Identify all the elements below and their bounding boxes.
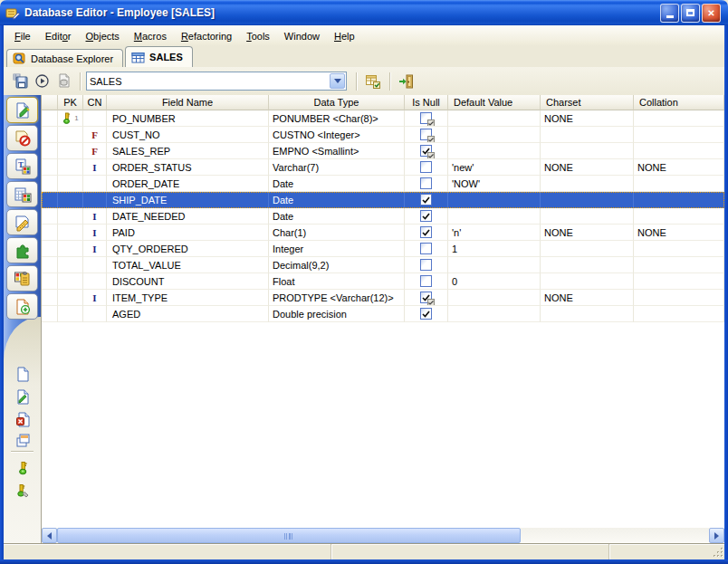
column-header-pk[interactable]: PK: [58, 95, 83, 110]
default-value-cell[interactable]: [448, 306, 541, 322]
menu-item-tools[interactable]: Tools: [239, 28, 277, 44]
collation-cell[interactable]: [634, 176, 724, 192]
default-value-cell[interactable]: 'new': [448, 159, 541, 176]
copy-pages-button[interactable]: [14, 431, 32, 449]
column-header-collation[interactable]: Collation: [634, 95, 724, 110]
tab-database-explorer[interactable]: Database Explorer: [6, 49, 123, 67]
charset-cell[interactable]: [541, 176, 634, 192]
collation-cell[interactable]: [634, 290, 724, 306]
is-null-checkbox[interactable]: [420, 112, 432, 124]
sidebar-tab-7-grid-clipboard[interactable]: [6, 265, 38, 292]
is-null-checkbox[interactable]: [420, 161, 432, 173]
sidebar-tab-2-no-entry[interactable]: [6, 125, 38, 151]
column-header-data-type[interactable]: Data Type: [269, 95, 405, 110]
table-row-order_status[interactable]: IORDER_STATUSVarchar(7)'new'NONENONE: [42, 159, 724, 176]
collation-cell[interactable]: [634, 273, 724, 290]
default-value-cell[interactable]: [448, 290, 541, 306]
collation-cell[interactable]: NONE: [634, 225, 724, 241]
charset-cell[interactable]: [541, 127, 634, 143]
default-value-cell[interactable]: [448, 257, 541, 273]
collation-cell[interactable]: [634, 110, 724, 127]
field-name-cell[interactable]: DATE_NEEDED: [107, 208, 269, 225]
refresh-button[interactable]: [53, 71, 74, 92]
default-value-cell[interactable]: 'NOW': [448, 176, 541, 192]
sidebar-tab-3-text-grid[interactable]: T: [6, 153, 38, 179]
is-null-checkbox[interactable]: [420, 226, 432, 238]
tab-sales[interactable]: SALES: [125, 46, 193, 67]
collation-cell[interactable]: [634, 257, 724, 273]
sidebar-tab-4-grid-calc[interactable]: [6, 181, 38, 207]
charset-cell[interactable]: NONE: [541, 225, 634, 241]
field-name-cell[interactable]: PAID: [107, 225, 269, 241]
data-type-cell[interactable]: Decimal(9,2): [269, 257, 405, 273]
field-name-cell[interactable]: CUST_NO: [107, 127, 269, 143]
combo-dropdown-button[interactable]: [330, 73, 345, 89]
data-type-cell[interactable]: Date: [269, 176, 405, 192]
exit-button[interactable]: [396, 71, 417, 92]
table-row-aged[interactable]: AGEDDouble precision: [42, 306, 724, 322]
default-value-cell[interactable]: 0: [448, 273, 541, 290]
sidebar-tab-1-edit-fields[interactable]: [6, 97, 38, 123]
menu-item-editor[interactable]: Editor: [38, 28, 79, 44]
field-name-cell[interactable]: AGED: [107, 306, 269, 322]
key-drop-button[interactable]: [14, 482, 32, 500]
field-name-cell[interactable]: SHIP_DATE: [107, 192, 269, 208]
charset-cell[interactable]: [541, 192, 634, 208]
data-type-cell[interactable]: EMPNO <Smallint>: [269, 143, 405, 159]
charset-cell[interactable]: [541, 306, 634, 322]
data-type-cell[interactable]: PRODTYPE <Varchar(12)>: [269, 290, 405, 306]
titlebar[interactable]: Database Editor - Employee [SALES] ✕: [0, 0, 728, 25]
scroll-right-button[interactable]: [709, 528, 724, 543]
close-button[interactable]: ✕: [702, 4, 721, 23]
new-page-button[interactable]: [14, 365, 32, 383]
data-type-cell[interactable]: Char(1): [269, 225, 405, 241]
charset-cell[interactable]: NONE: [541, 290, 634, 306]
charset-cell[interactable]: [541, 257, 634, 273]
sidebar-tab-6-puzzle[interactable]: [6, 237, 38, 263]
menu-item-macros[interactable]: Macros: [127, 28, 174, 44]
collation-cell[interactable]: [634, 208, 724, 225]
data-type-cell[interactable]: PONUMBER <Char(8)>: [269, 110, 405, 127]
column-header-default-value[interactable]: Default Value: [448, 95, 541, 110]
data-type-cell[interactable]: Double precision: [269, 306, 405, 322]
menu-item-objects[interactable]: Objects: [79, 28, 127, 44]
collation-cell[interactable]: [634, 192, 724, 208]
collation-cell[interactable]: NONE: [634, 159, 724, 176]
object-selector-combo[interactable]: SALES: [86, 72, 347, 91]
field-name-cell[interactable]: TOTAL_VALUE: [107, 257, 269, 273]
field-name-cell[interactable]: SALES_REP: [107, 143, 269, 159]
compile-button[interactable]: [31, 71, 53, 92]
is-null-checkbox[interactable]: [420, 275, 432, 287]
table-row-discount[interactable]: DISCOUNTFloat0: [42, 273, 724, 290]
menu-item-help[interactable]: Help: [327, 28, 362, 44]
scrollbar-track[interactable]: [521, 528, 709, 543]
field-name-cell[interactable]: PO_NUMBER: [107, 110, 269, 127]
is-null-checkbox[interactable]: [420, 145, 432, 157]
field-name-cell[interactable]: ORDER_DATE: [107, 176, 269, 192]
table-properties-button[interactable]: [362, 71, 384, 92]
column-header-cn[interactable]: CN: [83, 95, 107, 110]
table-row-qty_ordered[interactable]: IQTY_ORDEREDInteger1: [42, 241, 724, 257]
menu-item-window[interactable]: Window: [277, 28, 327, 44]
data-type-cell[interactable]: Date: [269, 208, 405, 225]
field-name-cell[interactable]: QTY_ORDERED: [107, 241, 269, 257]
table-row-order_date[interactable]: ORDER_DATEDate'NOW': [42, 176, 724, 192]
charset-cell[interactable]: [541, 143, 634, 159]
scrollbar-thumb[interactable]: [57, 528, 521, 543]
is-null-checkbox[interactable]: [420, 259, 432, 271]
charset-cell[interactable]: [541, 208, 634, 225]
menu-item-refactoring[interactable]: Refactoring: [174, 28, 239, 44]
data-type-cell[interactable]: Varchar(7): [269, 159, 405, 176]
menu-item-file[interactable]: File: [7, 28, 38, 44]
is-null-checkbox[interactable]: [420, 243, 432, 254]
edit-page-button[interactable]: [14, 387, 32, 406]
data-type-cell[interactable]: Float: [269, 273, 405, 290]
is-null-checkbox[interactable]: [420, 177, 432, 189]
charset-cell[interactable]: NONE: [541, 110, 634, 127]
data-type-cell[interactable]: Date: [269, 192, 405, 208]
collation-cell[interactable]: [634, 241, 724, 257]
default-value-cell[interactable]: [448, 143, 541, 159]
table-row-item_type[interactable]: IITEM_TYPEPRODTYPE <Varchar(12)>NONE: [42, 290, 724, 306]
table-row-po_number[interactable]: 1PO_NUMBERPONUMBER <Char(8)>NONE: [42, 110, 724, 127]
charset-cell[interactable]: [541, 241, 634, 257]
